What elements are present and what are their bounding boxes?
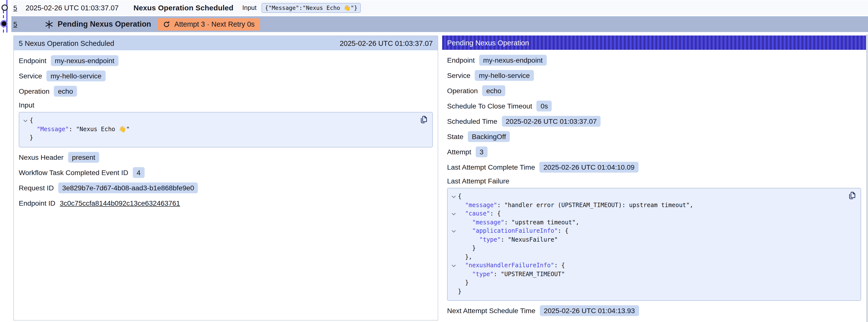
field-value-badge: 2025-02-26 UTC 01:04:13.93: [540, 305, 639, 316]
code-text: "message": "upstream timeout",: [458, 218, 579, 227]
json-key: "Message": [37, 126, 69, 132]
event-input-chip: {"Message":"Nexus Echo 👋"}: [261, 3, 361, 12]
collapse-chevron-icon[interactable]: [21, 117, 30, 125]
pending-operation-panel: Pending Nexus Operation Endpointmy-nexus…: [442, 35, 866, 320]
event-row-pending[interactable]: 5 Pending Nexus Operation Attempt 3 · Ne…: [11, 16, 868, 32]
collapse-chevron-icon[interactable]: [450, 210, 458, 218]
field-label: Next Attempt Schedule Time: [447, 307, 535, 315]
event-timestamp: 2025-02-26 UTC 01:03:37.07: [26, 4, 119, 11]
field-row: Nexus Headerpresent: [19, 152, 433, 162]
timeline-pending-dot-icon: [1, 21, 6, 26]
retry-icon: [163, 21, 170, 28]
event-detail-header: 5 Nexus Operation Scheduled 2025-02-26 U…: [14, 36, 438, 50]
field-row: Operationecho: [19, 86, 433, 97]
code-text: }: [30, 134, 33, 142]
code-gutter: [450, 253, 458, 261]
field-row: Endpointmy-nexus-endpoint: [447, 55, 861, 66]
event-id-link[interactable]: 5: [13, 4, 17, 11]
code-gutter: [450, 235, 458, 244]
field-row: Attempt3: [447, 147, 861, 157]
field-row: Next Attempt Schedule Time2025-02-26 UTC…: [447, 305, 861, 316]
json-text: },: [458, 253, 472, 260]
code-gutter: [450, 244, 458, 253]
field-label: Endpoint: [19, 57, 46, 65]
field-value-badge: 2025-02-26 UTC 01:04:10.09: [539, 162, 638, 172]
field-label: Attempt: [447, 148, 471, 156]
copy-button[interactable]: [847, 192, 856, 201]
code-text: {: [458, 192, 461, 201]
field-row: Operationecho: [447, 85, 861, 96]
code-gutter: [21, 125, 30, 134]
collapse-chevron-icon[interactable]: [450, 192, 458, 201]
code-line: "type": "NexusFailure": [450, 235, 843, 244]
field-label: Endpoint ID: [19, 199, 55, 207]
event-title: Nexus Operation Scheduled: [133, 3, 234, 12]
json-text: [458, 270, 472, 278]
json-text: : {: [558, 227, 568, 234]
json-text: [458, 236, 479, 243]
field-label: Last Attempt Complete Time: [447, 163, 535, 171]
field-label: Operation: [447, 87, 478, 95]
code-gutter: [450, 287, 458, 296]
field-value-badge: 0s: [537, 101, 552, 111]
json-text: [458, 262, 465, 269]
code-line: "type": "UPSTREAM_TIMEOUT": [450, 270, 843, 279]
field-value-link[interactable]: 3c0c75ccfa8144b092c13ce632463761: [60, 199, 180, 207]
pending-id-link[interactable]: 5: [13, 20, 17, 28]
code-gutter: [450, 279, 458, 287]
event-detail-body: Endpointmy-nexus-endpointServicemy-hello…: [14, 50, 438, 212]
code-gutter: [450, 218, 458, 227]
json-text: :: [69, 126, 76, 132]
event-detail-panel: 5 Nexus Operation Scheduled 2025-02-26 U…: [13, 35, 438, 321]
field-label: Operation: [19, 87, 50, 95]
field-row: Scheduled Time2025-02-26 UTC 01:03:37.07: [447, 116, 861, 127]
code-gutter: [450, 201, 458, 210]
event-row-scheduled[interactable]: 5 2025-02-26 UTC 01:03:37.07 Nexus Opera…: [11, 0, 868, 15]
collapse-chevron-icon[interactable]: [450, 227, 458, 235]
code-line: "Message": "Nexus Echo 👋": [21, 125, 414, 134]
field-value-badge: 3: [476, 147, 488, 157]
field-row: StateBackingOff: [447, 131, 861, 142]
json-text: : {: [554, 262, 565, 269]
field-row: Endpointmy-nexus-endpoint: [19, 55, 433, 66]
json-text: :: [501, 236, 508, 243]
field-row: Schedule To Close Timeout0s: [447, 101, 861, 111]
json-text: }: [458, 288, 461, 295]
code-text: "nexusHandlerFailureInfo": {: [458, 261, 565, 270]
field-code-section: Input{ "Message": "Nexus Echo 👋"}: [19, 101, 433, 147]
field-label: Endpoint: [447, 56, 475, 64]
json-key: "cause": [465, 210, 490, 217]
code-line: {: [21, 117, 414, 125]
field-value-badge: my-hello-service: [46, 70, 105, 82]
field-row: Servicemy-hello-service: [447, 70, 861, 81]
collapse-chevron-icon[interactable]: [450, 261, 458, 270]
timeline-event-dot-icon: [1, 4, 8, 11]
code-line: }: [450, 244, 843, 253]
code-gutter: [21, 134, 30, 142]
json-text: :: [497, 201, 504, 208]
json-code-block: { "Message": "Nexus Echo 👋"}: [19, 112, 433, 147]
json-text: "handler error (UPSTREAM_TIMEOUT): upstr…: [504, 201, 690, 208]
field-label: Workflow Task Completed Event ID: [19, 168, 128, 176]
field-label: Service: [19, 72, 42, 80]
json-key: "message": [472, 219, 504, 226]
json-text: }: [458, 279, 469, 286]
code-text: {: [30, 117, 33, 125]
json-text: :: [494, 270, 501, 278]
code-line: "message": "upstream timeout",: [450, 218, 843, 227]
field-row: Endpoint ID3c0c75ccfa8144b092c13ce632463…: [19, 197, 433, 208]
copy-button[interactable]: [419, 116, 428, 125]
attempt-retry-badge: Attempt 3 · Next Retry 0s: [158, 18, 260, 30]
event-detail-timestamp: 2025-02-26 UTC 01:03:37.07: [340, 39, 433, 47]
code-line: "cause": {: [450, 210, 843, 218]
json-key: "applicationFailureInfo": [472, 227, 558, 234]
code-gutter: [450, 270, 458, 279]
json-text: "NexusFailure": [508, 236, 558, 243]
code-text: }: [458, 287, 461, 296]
code-line: }: [450, 279, 843, 287]
code-text: }: [458, 244, 476, 253]
pending-operation-title: Pending Nexus Operation: [447, 39, 529, 46]
code-text: }: [458, 279, 469, 287]
json-text: {: [30, 117, 33, 124]
field-row: Request ID3e829b7e-7d67-4b08-aad3-b1e868…: [19, 182, 433, 193]
